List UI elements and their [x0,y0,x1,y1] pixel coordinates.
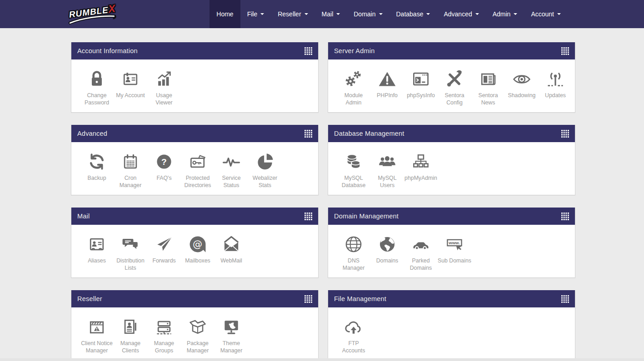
module-label: Domains [376,257,399,265]
tools-icon [444,67,464,89]
module-aliases[interactable]: Aliases [80,232,114,265]
eye-icon [512,67,532,89]
nav-item-account[interactable]: Account [524,0,568,28]
module-domains[interactable]: Domains [370,232,404,265]
module-webalizer-stats[interactable]: Webalizer Stats [248,150,282,189]
grid-toggle-icon[interactable] [305,47,312,55]
panel-server-admin: Server AdminModule AdminPHPInfophpSysInf… [328,42,575,113]
nav-item-label: File [247,10,258,18]
module-ftp-accounts[interactable]: FTP Accounts [337,315,370,354]
panel-title: Account Information [77,47,305,54]
nav-item-home[interactable]: Home [210,0,240,28]
module-mailboxes[interactable]: @Mailboxes [181,232,215,265]
panel-advanced: AdvancedBackupCron Manager?FAQ'sProtecte… [71,125,319,195]
module-backup[interactable]: Backup [80,150,114,182]
module-module-admin[interactable]: Module Admin [337,67,370,106]
module-faq-s[interactable]: ?FAQ's [147,150,181,182]
panel-header: Server Admin [328,42,575,59]
module-webmail[interactable]: WebMail [215,232,248,265]
client-doc-icon [120,315,140,337]
panel-header: Mail [71,208,318,225]
module-label: Protected Directories [181,175,215,189]
module-my-account[interactable]: My Account [114,67,147,99]
right-column: Server AdminModule AdminPHPInfophpSysInf… [328,42,575,361]
calendar-icon [120,150,140,172]
module-manage-groups[interactable]: Manage Groups [147,315,181,354]
module-phpsysinfo[interactable]: phpSysInfo [404,67,438,99]
panel-body: DNS ManagerDomainsParked Domainswww.Sub … [328,225,575,277]
panel-file-management: File ManagementFTP Accounts [328,290,575,361]
nav-item-advanced[interactable]: Advanced [437,0,485,28]
module-phpinfo[interactable]: PHPInfo [370,67,404,99]
module-mysql-users[interactable]: MySQL Users [370,150,404,189]
broadcast-icon [545,67,565,89]
module-service-status[interactable]: Service Status [215,150,248,189]
panel-header: Account Information [71,42,318,59]
panel-title: Domain Management [334,213,561,220]
panel-title: Reseller [77,295,305,302]
panel-header: Domain Management [328,208,575,225]
panel-body: Module AdminPHPInfophpSysInfoSentora Con… [328,59,575,112]
module-label: FAQ's [156,175,171,182]
module-mysql-database[interactable]: MySQL Database [337,150,370,189]
nav-item-database[interactable]: Database [389,0,437,28]
nav-item-file[interactable]: File [240,0,271,28]
logo-accent-letter: X [108,2,116,15]
panel-database-management: Database ManagementMySQL DatabaseMySQL U… [328,125,575,195]
nav-item-label: Admin [493,10,511,18]
grid-toggle-icon[interactable] [305,213,312,220]
panel-body: AliasesDistribution ListsForwards@Mailbo… [71,225,318,277]
module-sentora-config[interactable]: Sentora Config [438,67,471,106]
panel-title: File Management [334,295,561,302]
module-label: MySQL Users [370,175,404,189]
panel-domain-management: Domain ManagementDNS ManagerDomainsParke… [328,208,575,278]
nav-item-mail[interactable]: Mail [315,0,347,28]
panel-title: Mail [77,213,305,220]
module-label: Sentora Config [438,92,471,106]
module-phpmyadmin[interactable]: phpMyAdmin [404,150,438,182]
nav-item-admin[interactable]: Admin [486,0,524,28]
id-card-icon [120,67,140,89]
module-parked-domains[interactable]: Parked Domains [404,232,438,272]
grid-toggle-icon[interactable] [561,130,569,138]
module-dns-manager[interactable]: DNS Manager [337,232,370,272]
grid-toggle-icon[interactable] [561,295,569,303]
cloud-upload-icon [344,315,364,337]
module-forwards[interactable]: Forwards [147,232,181,265]
app-logo[interactable]: RUMBLEX [68,2,120,25]
sitemap-icon [411,150,431,172]
server-stack-icon [154,315,174,337]
module-sub-domains[interactable]: www.Sub Domains [438,232,471,265]
svg-text:www.: www. [448,240,460,245]
module-client-notice-manager[interactable]: Client Notice Manager [80,315,114,354]
panel-body: MySQL DatabaseMySQL UsersphpMyAdmin [328,142,575,195]
module-cron-manager[interactable]: Cron Manager [114,150,147,189]
module-package-manager[interactable]: Package Manager [181,315,215,354]
grid-toggle-icon[interactable] [305,295,312,303]
nav-item-reseller[interactable]: Reseller [271,0,315,28]
chevron-down-icon [426,13,430,17]
nav-item-domain[interactable]: Domain [347,0,389,28]
navbar: RUMBLEX HomeFileResellerMailDomainDataba… [0,0,644,28]
module-theme-manager[interactable]: Theme Manager [215,315,248,354]
module-change-password[interactable]: Change Password [80,67,114,106]
grid-toggle-icon[interactable] [305,130,312,138]
module-label: Parked Domains [404,257,438,272]
module-usage-viewer[interactable]: Usage Viewer [147,67,181,106]
module-shadowing[interactable]: Shadowing [505,67,539,99]
notice-board-icon [87,315,107,337]
module-protected-directories[interactable]: Protected Directories [181,150,215,189]
module-updates[interactable]: Updates [539,67,572,99]
chevron-down-icon [379,13,383,17]
module-label: Webalizer Stats [248,175,282,189]
panel-header: File Management [328,290,575,307]
grid-toggle-icon[interactable] [561,213,569,220]
module-label: DNS Manager [337,257,370,272]
newspaper-icon [478,67,498,89]
module-manage-clients[interactable]: Manage Clients [114,315,147,354]
grid-toggle-icon[interactable] [561,47,569,55]
chevron-down-icon [336,13,340,17]
module-sentora-news[interactable]: Sentora News [471,67,505,106]
module-distribution-lists[interactable]: Distribution Lists [114,232,147,272]
users-icon [377,150,397,172]
